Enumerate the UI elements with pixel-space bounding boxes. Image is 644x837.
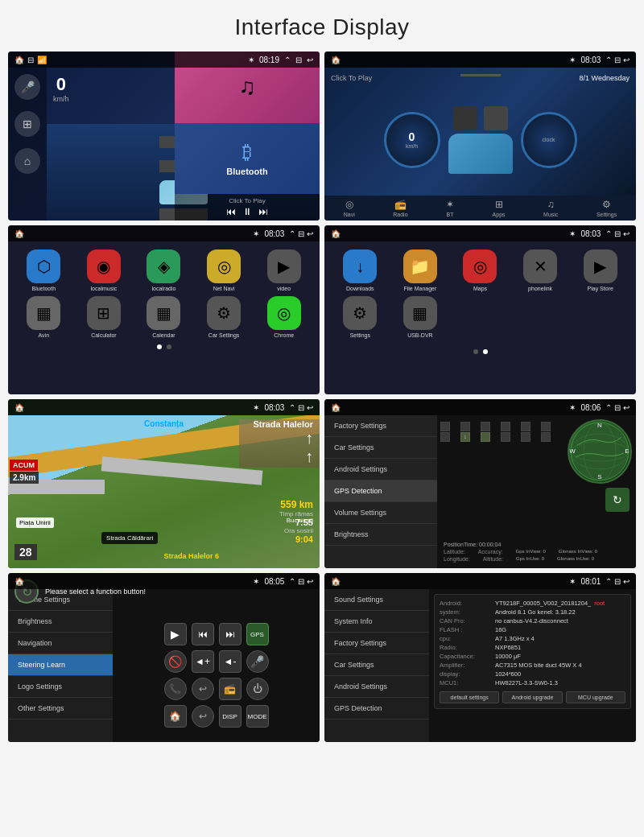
bluetooth-symbol: ₿ [242,141,252,163]
radio-ctrl[interactable]: 📻 [219,678,242,700]
app-video[interactable]: ▶ video [256,249,312,291]
home-ctrl[interactable]: 🏠 [164,705,187,728]
home-icon-4: 🏠 [331,229,341,238]
nav-settings[interactable]: ⚙Settings [597,199,617,217]
home-icon-5: 🏠 [14,403,24,412]
mic-ctrl[interactable]: 🎤 [246,650,269,673]
menu-factory[interactable]: Factory Settings [324,415,437,437]
smenu-brightness[interactable]: Brightness [8,611,113,633]
grid-sidebar-icon[interactable]: ⊞ [14,111,40,137]
app-chrome[interactable]: ◎ Chrome [256,296,312,338]
nav-navi[interactable]: ◎Navi [344,199,355,217]
smenu-steering[interactable]: Steering Learn [8,654,113,676]
dot-4-1 [473,349,478,354]
next-ctrl[interactable]: ⏭ [219,623,242,645]
phone-ctrl[interactable]: 📞 [164,678,187,700]
volup-ctrl[interactable]: ◄+ [192,650,214,673]
app-filemanager[interactable]: 📁 File Manager [393,249,448,291]
nav-apps[interactable]: ⊞Apps [493,199,506,217]
sat-cell [440,432,450,442]
gps-menu: Factory Settings Car Settings Android Se… [324,415,437,568]
app-avin[interactable]: ▦ Avin [16,296,72,338]
svg-text:W: W [569,447,576,455]
simenu-gps[interactable]: GPS Detection [324,698,429,719]
app-localradio[interactable]: ◈ localradio [136,249,192,291]
click-to-play-2[interactable]: Click To Play [331,74,372,82]
sysinfo-main: Android: YT9218F_00005_V002_20181204_ ro… [429,589,636,742]
endcall-ctrl[interactable]: ↩ [192,678,214,700]
refresh-button[interactable]: ↻ [605,488,630,512]
time-7: 08:05 [264,577,284,586]
app-calendar[interactable]: ▦ Calendar [136,296,192,338]
mcu-upgrade-btn[interactable]: MCU upgrade [566,691,625,703]
simenu-car[interactable]: Car Settings [324,654,429,676]
app-downloads[interactable]: ↓ Downloads [332,249,388,291]
prev-ctrl[interactable]: ⏮ [192,623,214,645]
simenu-sysinfo[interactable]: System Info [324,611,429,633]
power-ctrl[interactable]: ⏻ [246,678,269,700]
pos-time: PositionTime: 00:00:04 [444,542,630,547]
satellite-grid: 1 [437,418,564,445]
video-app-icon: ▶ [278,257,290,276]
bt-icon-8: ✶ [569,577,576,586]
home-icon-7: 🏠 [14,577,24,586]
status-bar-4: 🏠 ✶ 08:03 ⌃ ⊟ ↩ [324,225,636,241]
menu-android[interactable]: Android Settings [324,459,437,480]
app-localmusic[interactable]: ◉ localmusic [76,249,132,291]
home-sidebar-icon[interactable]: ⌂ [14,148,40,174]
menu-icon: ⊟ [27,56,34,64]
voldown-ctrl[interactable]: ◄- [219,650,242,673]
smenu-logo[interactable]: Logo Settings [8,676,113,698]
app-netnavi[interactable]: ◎ Net Navi [196,249,252,291]
wifi-icon: 📶 [37,56,47,64]
app-bluetooth[interactable]: ⬡ Bluetooth [16,249,72,291]
menu-brightness[interactable]: Brightness [324,524,437,546]
nav-radio[interactable]: 📻Radio [393,199,407,217]
smenu-navigation[interactable]: Navigation [8,633,113,654]
clock-label: clock [543,137,555,142]
globe-svg: E W N S [569,421,630,482]
bluetooth-label: Bluetooth [226,167,267,176]
nav-icons-3: ⌃ ⊟ ↩ [289,229,313,238]
speed-unit: km/h [53,95,69,103]
play-button[interactable]: ⏸ [242,206,252,217]
music-note-icon: ♫ [239,74,256,100]
simenu-android[interactable]: Android Settings [324,676,429,698]
page-dots-4 [324,349,636,354]
smenu-other[interactable]: Other Settings [8,698,113,719]
android-upgrade-btn[interactable]: Android upgrade [502,691,562,703]
app-carsettings[interactable]: ⚙ Car Settings [196,296,252,338]
status-bar-8: 🏠 ✶ 08:01 ⌃ ⊟ ↩ [324,573,636,589]
menu-volume[interactable]: Volume Settings [324,502,437,524]
app-maps[interactable]: ◎ Maps [452,249,508,291]
simenu-sound[interactable]: Sound Settings [324,589,429,611]
mute-ctrl[interactable]: 🚫 [164,650,187,673]
nav-icons-2: ⌃ ⊟ ↩ [605,56,630,64]
app-usbdvr[interactable]: ▦ USB-DVR [393,296,448,338]
play-ctrl[interactable]: ▶ [164,623,187,645]
next-button[interactable]: ⏭ [258,206,268,217]
screen-steering: 🏠 ✶ 08:05 ⌃ ⊟ ↩ Volume Settings Brightne… [8,573,320,742]
app-settings[interactable]: ⚙ Settings [332,296,388,338]
gps-ctrl[interactable]: GPS [246,623,269,645]
disp-ctrl[interactable]: DISP [219,705,242,728]
mode-ctrl[interactable]: MODE [246,705,269,728]
menu-gps[interactable]: GPS Detection [324,480,437,502]
prev-button[interactable]: ⏮ [226,206,236,217]
menu-car[interactable]: Car Settings [324,437,437,459]
nav-bt[interactable]: ✶BT [446,199,454,217]
sat-cell [521,432,530,442]
maps-icon: ◎ [473,257,487,276]
simenu-factory[interactable]: Factory Settings [324,633,429,654]
app-phonelink[interactable]: ✕ phonelink [513,249,568,291]
app-playstore[interactable]: ▶ Play Store [572,249,628,291]
app-calculator[interactable]: ⊞ Calculator [76,296,132,338]
status-bar-1: 🏠 ⊟ 📶 ✶ 08:19 ⌃ ⊟ ↩ [8,52,320,68]
svg-text:E: E [625,447,629,455]
default-settings-btn[interactable]: default settings [440,691,499,703]
playstore-icon: ▶ [594,257,606,276]
bluetooth-panel[interactable]: ₿ Bluetooth [175,123,320,195]
mic-sidebar-icon[interactable]: 🎤 [14,74,40,100]
nav-music[interactable]: ♫Music [543,199,558,217]
back-ctrl[interactable]: ↩ [192,705,214,728]
